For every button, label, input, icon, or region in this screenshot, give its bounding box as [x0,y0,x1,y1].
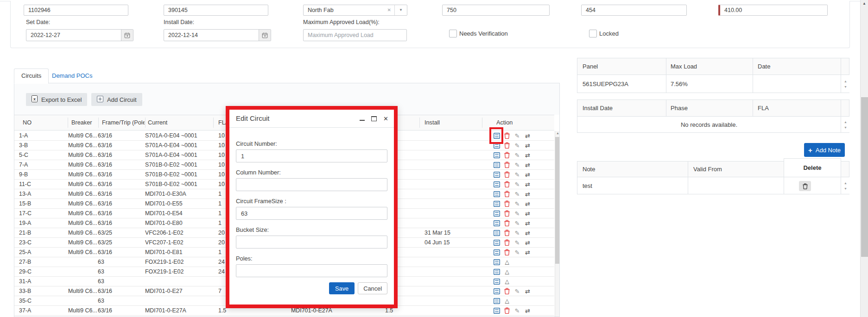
swap-icon[interactable]: ⇄ [524,249,531,256]
swap-icon[interactable]: ⇄ [524,307,531,314]
locked-checkbox[interactable] [589,30,597,37]
page-scrollbar-thumb[interactable] [861,97,868,257]
edit-circuit-icon[interactable] [494,287,500,295]
edit-icon[interactable]: ✎ [514,229,520,236]
field-5-input[interactable] [581,5,687,16]
close-icon[interactable]: ✕ [383,116,388,122]
swap-icon[interactable]: ⇄ [524,287,531,295]
col-max-load[interactable]: Max Load [671,63,697,70]
delete-icon[interactable] [504,142,510,149]
add-note-button[interactable]: + Add Note [804,143,845,157]
swap-icon[interactable]: ⇄ [524,161,531,168]
edit-circuit-icon[interactable] [494,190,500,198]
swap-icon[interactable]: ⇄ [524,142,531,149]
edit-icon[interactable]: ✎ [514,190,520,198]
edit-icon[interactable]: ✎ [514,287,520,295]
bucket-size-input[interactable] [236,236,387,249]
swap-icon[interactable]: ⇄ [524,229,531,236]
delete-icon[interactable] [504,190,510,198]
calendar-icon[interactable] [121,30,133,41]
scroll-down-icon[interactable]: ▼ [844,85,847,88]
scroll-up-icon[interactable]: ▲ [861,1,868,6]
scroll-down-icon[interactable]: ▼ [844,126,847,129]
edit-icon[interactable]: ✎ [514,171,520,178]
maximize-icon[interactable] [371,116,377,121]
field-6-input[interactable] [718,5,828,16]
col-install[interactable]: Install [424,115,480,130]
add-circuit-button[interactable]: Add Circuit [91,93,142,106]
column-number-input[interactable] [236,178,387,191]
edit-circuit-icon[interactable] [494,278,500,285]
swap-icon[interactable]: ⇄ [524,200,531,207]
swap-icon[interactable]: ⇄ [524,219,531,227]
field-4-input[interactable] [442,5,550,16]
swap-icon[interactable]: ⇄ [524,190,531,198]
edit-circuit-icon[interactable] [494,142,500,149]
edit-icon[interactable]: ✎ [514,249,520,256]
col-frame-trip[interactable]: Frame/Trip (Poles [102,115,145,130]
grid-scrollbar[interactable]: ▲ [555,131,560,317]
cancel-button[interactable]: Cancel [358,282,387,294]
delete-icon[interactable] [504,171,510,178]
swap-icon[interactable]: ⇄ [524,210,531,217]
col-install-date[interactable]: Install Date [583,105,613,112]
tab-demand-pocs[interactable]: Demand POCs [52,72,92,79]
edit-circuit-icon[interactable] [494,161,500,168]
edit-icon[interactable]: ✎ [514,132,520,139]
scroll-up-icon[interactable]: ▲ [844,181,847,185]
fab-select[interactable]: North Fab ✕ ▼ [303,5,407,16]
col-fla[interactable]: FLA [758,105,769,112]
edit-icon[interactable]: ✎ [514,239,520,246]
scroll-down-icon[interactable]: ▼ [844,187,847,190]
export-to-excel-button[interactable]: x Export to Excel [26,93,87,106]
delete-icon[interactable] [504,151,510,159]
circuit-number-input[interactable] [236,149,387,162]
edit-circuit-icon[interactable] [494,258,500,266]
edit-circuit-icon[interactable] [494,132,500,139]
edit-icon[interactable]: ✎ [514,180,520,188]
col-no[interactable]: NO [23,115,67,130]
tab-circuits[interactable]: Circuits [14,68,49,84]
needs-verification-checkbox[interactable] [449,30,457,37]
col-action[interactable]: Action [496,115,547,130]
edit-icon[interactable]: ✎ [514,210,520,217]
col-valid-from[interactable]: Valid From [693,166,722,173]
delete-icon[interactable] [504,132,510,139]
delete-icon[interactable] [504,307,510,314]
install-date-input[interactable] [164,30,256,41]
swap-icon[interactable]: ⇄ [524,151,531,159]
field-2-input[interactable] [164,5,268,16]
edit-circuit-icon[interactable] [494,151,500,159]
edit-circuit-icon[interactable] [494,297,500,305]
edit-circuit-icon[interactable] [494,249,500,256]
edit-circuit-icon[interactable] [494,307,500,314]
clear-icon[interactable]: ✕ [387,7,391,12]
circuit-framesize-input[interactable] [236,207,387,220]
edit-icon[interactable]: ✎ [514,142,520,149]
scroll-up-icon[interactable]: ▲ [555,131,560,135]
delete-icon[interactable] [504,249,510,256]
edit-circuit-icon[interactable] [494,239,500,246]
col-delete[interactable]: Delete [784,158,841,177]
scroll-up-icon[interactable]: ▲ [844,120,847,124]
save-button[interactable]: Save [329,282,355,294]
edit-circuit-icon[interactable] [494,200,500,207]
col-panel[interactable]: Panel [583,63,598,70]
edit-circuit-icon[interactable] [494,268,500,275]
swap-icon[interactable]: ⇄ [524,239,531,246]
poles-input[interactable] [236,264,387,277]
delete-icon[interactable] [504,239,510,246]
edit-icon[interactable]: ✎ [514,151,520,159]
max-approved-load-input[interactable] [303,29,407,41]
chevron-down-icon[interactable]: ▼ [394,5,407,15]
delete-icon[interactable] [504,210,510,217]
field-1-input[interactable] [24,5,128,16]
minimize-icon[interactable] [360,120,365,121]
edit-icon[interactable]: ✎ [514,219,520,227]
swap-icon[interactable]: ⇄ [524,180,531,188]
scroll-up-icon[interactable]: ▲ [844,80,847,83]
edit-circuit-icon[interactable] [494,171,500,178]
delete-icon[interactable] [504,161,510,168]
delete-icon[interactable] [504,287,510,295]
edit-icon[interactable]: ✎ [514,200,520,207]
